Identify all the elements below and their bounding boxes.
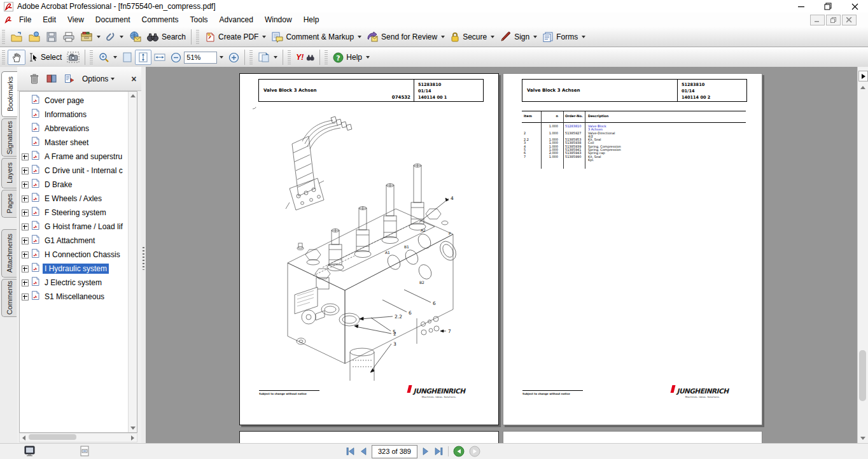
organizer-button[interactable] xyxy=(78,30,103,44)
panel-close-icon[interactable]: × xyxy=(131,74,136,84)
first-page-icon[interactable] xyxy=(346,447,355,456)
menu-view[interactable]: View xyxy=(62,15,90,24)
screen-mode-icon[interactable] xyxy=(24,446,36,456)
tab-bookmarks[interactable]: Bookmarks xyxy=(1,71,18,117)
expand-plus-icon[interactable] xyxy=(22,223,29,230)
doc-restore-button[interactable] xyxy=(826,15,841,25)
tab-signatures[interactable]: Signatures xyxy=(1,118,17,157)
page-layout-button[interactable] xyxy=(255,50,280,64)
show-right-panel-icon[interactable] xyxy=(858,71,868,81)
bookmark-item[interactable]: J Electric system xyxy=(20,276,137,290)
sign-button[interactable]: Sign xyxy=(497,30,540,44)
new-bookmark-icon[interactable] xyxy=(64,74,74,83)
close-button[interactable] xyxy=(841,0,868,13)
goto-bookmark-icon[interactable] xyxy=(46,74,57,83)
bookmark-item[interactable]: Informations xyxy=(20,108,137,122)
create-pdf-button[interactable]: Create PDF xyxy=(202,30,269,44)
order-number-link[interactable]: 51283810 xyxy=(563,125,585,132)
bookmark-item[interactable]: E Wheels / Axles xyxy=(20,192,137,206)
page-layout-dropdown-arrow[interactable] xyxy=(274,56,277,59)
splitter-grip-icon[interactable] xyxy=(143,247,144,270)
print-button[interactable] xyxy=(60,30,78,44)
organizer-dropdown-arrow[interactable] xyxy=(97,36,101,38)
document-pane[interactable]: Valve Block 3 Achsen 074532 51283810 01/… xyxy=(146,67,858,444)
menu-edit[interactable]: Edit xyxy=(37,15,62,24)
toolbar-grip[interactable] xyxy=(2,50,5,64)
fit-page-button[interactable] xyxy=(135,50,151,65)
previous-view-icon[interactable] xyxy=(453,446,465,457)
secure-dropdown-arrow[interactable] xyxy=(491,36,494,38)
tab-pages[interactable]: Pages xyxy=(1,190,17,218)
minimize-button[interactable] xyxy=(788,0,815,13)
comment-markup-dropdown-arrow[interactable] xyxy=(358,36,361,38)
scroll-left-icon[interactable] xyxy=(20,434,28,442)
send-review-dropdown-arrow[interactable] xyxy=(441,36,445,38)
comment-markup-button[interactable]: Comment & Markup xyxy=(269,30,364,44)
bookmark-item[interactable]: Cover page xyxy=(20,94,137,108)
menu-document[interactable]: Document xyxy=(90,15,136,24)
menu-comments[interactable]: Comments xyxy=(136,15,185,24)
expand-plus-icon[interactable] xyxy=(22,279,29,286)
next-view-icon[interactable] xyxy=(469,446,480,457)
snapshot-button[interactable] xyxy=(64,50,82,64)
bookmark-item[interactable]: D Brake xyxy=(20,178,137,192)
scroll-up-icon[interactable] xyxy=(129,92,137,100)
next-page-partial-left[interactable] xyxy=(239,431,499,444)
scroll-up-icon[interactable] xyxy=(858,83,867,92)
menu-tools[interactable]: Tools xyxy=(185,15,214,24)
expand-plus-icon[interactable] xyxy=(22,195,29,202)
doc-close-button[interactable] xyxy=(842,15,857,25)
page-indicator-input[interactable] xyxy=(372,445,417,458)
expand-plus-icon[interactable] xyxy=(22,237,29,244)
email-button[interactable] xyxy=(126,30,144,44)
scroll-down-icon[interactable] xyxy=(129,424,137,432)
toolbar-grip[interactable] xyxy=(325,50,328,64)
hand-tool-button[interactable] xyxy=(8,50,25,65)
forms-button[interactable]: Forms xyxy=(540,30,588,44)
trash-icon[interactable] xyxy=(30,74,39,84)
expand-plus-icon[interactable] xyxy=(22,293,29,300)
bookmark-item[interactable]: C Drive unit - Internal c xyxy=(20,164,137,178)
bookmark-item[interactable]: Abbrevations xyxy=(20,122,137,136)
help-dropdown-arrow[interactable] xyxy=(366,56,370,59)
zoom-level-dropdown-arrow[interactable] xyxy=(220,56,223,59)
expand-plus-icon[interactable] xyxy=(22,167,29,174)
yahoo-search-button[interactable]: Y! xyxy=(293,52,317,63)
menu-help[interactable]: Help xyxy=(298,15,325,24)
previous-page-icon[interactable] xyxy=(360,447,367,456)
zoom-in-button[interactable] xyxy=(226,51,242,64)
scrollbar-thumb[interactable] xyxy=(859,350,866,401)
pdf-page-right[interactable]: Valve Block 3 Achsen 51283810 01/14 1401… xyxy=(503,73,762,425)
search-button[interactable]: Search xyxy=(144,31,188,43)
attach-button[interactable] xyxy=(103,30,126,44)
toolbar-grip[interactable] xyxy=(288,50,291,64)
fit-width-button[interactable] xyxy=(151,51,168,64)
tab-layers[interactable]: Layers xyxy=(1,158,17,188)
zoom-tool-button[interactable] xyxy=(95,50,120,64)
bookmark-item[interactable]: F Steering system xyxy=(20,206,137,220)
bookmark-item-selected[interactable]: I Hydraulic system xyxy=(20,262,137,276)
bookmark-item[interactable]: G Hoist frame / Load lif xyxy=(20,220,137,234)
document-vertical-scrollbar[interactable] xyxy=(857,67,868,444)
expand-plus-icon[interactable] xyxy=(22,209,29,216)
actual-size-button[interactable] xyxy=(120,50,135,64)
toolbar-grip[interactable] xyxy=(90,50,93,64)
bookmark-item[interactable]: H Connection Chassis xyxy=(20,248,137,262)
restore-button[interactable] xyxy=(815,0,841,13)
options-menu-button[interactable]: Options xyxy=(82,74,115,83)
secure-button[interactable]: Secure xyxy=(447,30,497,44)
select-tool-button[interactable]: Select xyxy=(25,51,64,64)
create-pdf-dropdown-arrow[interactable] xyxy=(262,36,266,38)
zoom-tool-dropdown-arrow[interactable] xyxy=(113,56,117,59)
scrollbar-thumb[interactable] xyxy=(29,434,76,440)
menu-advanced[interactable]: Advanced xyxy=(214,15,259,24)
bookmark-item[interactable]: G1 Attachment xyxy=(20,234,137,248)
bookmark-item[interactable]: S1 Miscellaneous xyxy=(20,290,137,304)
menu-window[interactable]: Window xyxy=(259,15,298,24)
scroll-down-icon[interactable] xyxy=(858,434,867,442)
open-button[interactable] xyxy=(8,30,25,44)
attach-dropdown-arrow[interactable] xyxy=(120,36,123,38)
doc-minimize-button[interactable] xyxy=(810,15,825,25)
zoom-level-input[interactable] xyxy=(184,52,217,64)
expand-plus-icon[interactable] xyxy=(22,181,29,188)
